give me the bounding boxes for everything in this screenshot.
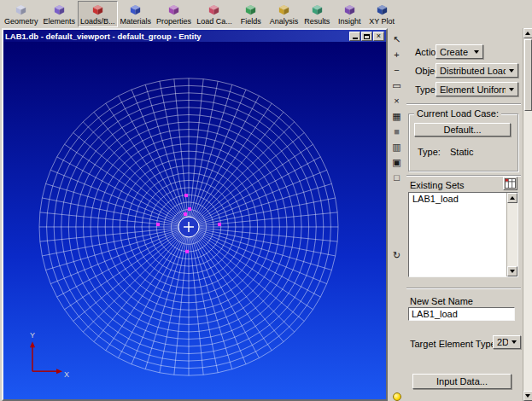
toolbar-item-label: Materials [120,17,152,26]
minimize-icon [353,38,358,39]
hidden-line-display-icon[interactable]: ▥ [390,141,403,154]
current-load-case-title: Current Load Case: [414,108,501,119]
target-element-type-value: 2D [497,337,508,347]
type-dropdown[interactable]: Element Uniform [436,82,518,96]
chevron-down-icon [512,340,517,344]
toolbar-item-label: Loads/B... [80,17,115,26]
toolbar-item-properties[interactable]: Properties [154,1,194,27]
svg-text:Y: Y [30,331,35,340]
zoom-in-icon[interactable]: + [390,49,403,61]
toolbar-item-label: Geometry [4,17,38,26]
input-data-button[interactable]: Input Data... [412,374,512,389]
separator [406,288,521,289]
view-window-icon[interactable]: ▭ [390,79,403,92]
chevron-down-icon [509,69,514,73]
toolbar-item-results[interactable]: Results [301,1,333,27]
minimize-button[interactable] [349,32,360,41]
viewport-title: LAB1.db - default_viewport - default_gro… [5,32,348,41]
chevron-down-icon [474,50,479,54]
toolbar-item-analysis[interactable]: Analysis [267,1,301,27]
target-element-type-dropdown[interactable]: 2D [493,335,521,349]
new-set-name-input[interactable] [408,307,515,321]
toolbar-item-label: Insight [338,17,361,26]
separator [406,103,521,105]
action-dropdown[interactable]: Create [436,44,483,59]
select-cursor-icon[interactable]: ↖ [390,33,403,46]
shaded-display-icon[interactable]: ■ [390,125,403,138]
scroll-down-button[interactable] [507,266,517,276]
close-button[interactable]: × [373,32,384,41]
delete-icon[interactable]: × [390,95,403,108]
object-value: Distributed Load [440,66,506,76]
toolbar-item-insight[interactable]: Insight [333,1,365,27]
cube-icon [278,3,290,16]
toolbar-item-label: Analysis [270,17,299,26]
toolbar-item-materials[interactable]: Materials [118,1,155,27]
type-value: Element Uniform [440,84,506,95]
cube-icon [167,3,180,16]
label-display-icon[interactable]: ▦ [390,110,403,123]
new-set-name-label: New Set Name [410,296,473,306]
rotate-view-icon[interactable]: ↻ [390,249,403,262]
cube-icon [129,3,142,16]
cube-icon [376,3,389,16]
maximize-button[interactable] [361,32,372,41]
cube-icon [53,3,66,16]
cube-icon [91,3,104,16]
object-dropdown[interactable]: Distributed Load [436,63,518,78]
main-toolbar: Geometry Elements Loads/B... Materials P… [0,0,532,28]
layers-icon[interactable]: ▣ [390,156,403,169]
default-load-case-button[interactable]: Default... [414,123,511,137]
viewport-titlebar[interactable]: LAB1.db - default_viewport - default_gro… [3,30,386,42]
default-load-case-label: Default... [443,125,481,135]
scroll-up-icon [510,196,515,200]
listbox-scrollbar[interactable] [506,193,517,276]
cube-icon [15,3,27,16]
load-case-type-value: Static [450,147,474,157]
maximize-icon [364,34,370,39]
toolbar-item-loads-bcs[interactable]: Loads/B... [78,1,118,27]
load-case-type-label: Type: [418,147,441,157]
loads-bcs-panel: Action: Create Object: Distributed Load … [405,38,523,401]
hint-bulb-icon[interactable] [393,392,401,401]
scroll-down-icon [510,270,515,273]
scroll-up-button[interactable] [523,28,532,38]
toolbar-item-label: Load Ca... [196,17,232,26]
scroll-up-icon [525,32,530,35]
toolbar-item-elements[interactable]: Elements [41,1,79,27]
close-icon: × [377,32,381,40]
toolbar-item-xy-plot[interactable]: XY Plot [365,1,398,27]
viewport-canvas[interactable]: YX [3,42,386,399]
scroll-down-icon [525,394,530,398]
sets-table-button[interactable] [503,177,517,190]
panel-scrollbar[interactable] [523,28,532,401]
cube-icon [244,3,257,16]
scroll-down-button[interactable] [523,391,532,401]
wireframe-display-icon[interactable]: □ [390,171,403,184]
existing-sets-listbox[interactable]: LAB1_load [408,192,518,277]
svg-text:X: X [64,370,69,379]
window-controls: × [349,32,384,41]
cube-icon [208,3,220,16]
scrollbar-thumb[interactable] [524,39,532,111]
toolbar-item-geometry[interactable]: Geometry [2,1,41,27]
toolbar-item-label: Elements [44,17,76,26]
chevron-down-icon [509,88,514,91]
list-item[interactable]: LAB1_load [409,193,517,205]
zoom-out-icon[interactable]: − [390,64,403,77]
toolbar-item-fields[interactable]: Fields [235,1,267,27]
action-value: Create [440,47,471,57]
toolbar-item-load-cases[interactable]: Load Ca... [194,1,235,27]
cube-icon [343,3,356,16]
mesh-svg: YX [3,42,386,399]
viewport-window: LAB1.db - default_viewport - default_gro… [2,28,388,401]
side-toolbar: ↖ + − ▭ × ▦ ■ ▥ ▣ □ ↻ [389,30,405,401]
cube-icon [311,3,324,16]
toolbar-item-label: Results [304,17,330,26]
scroll-up-button[interactable] [507,193,517,203]
patran-window: Geometry Elements Loads/B... Materials P… [0,0,532,401]
toolbar-item-label: XY Plot [369,17,395,26]
toolbar-item-label: Properties [156,17,191,26]
toolbar-item-label: Fields [241,17,261,26]
type-label: Type: [415,84,438,95]
